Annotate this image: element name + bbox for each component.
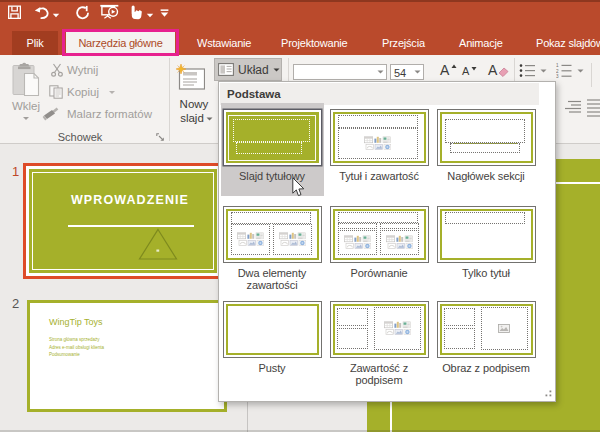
placeholder-box [444,308,475,326]
mouse-cursor [291,177,308,199]
layout-thumbnail-frame [440,209,533,260]
placeholder-box [444,328,475,350]
format-painter-label: Malarz formatów [67,108,152,120]
placeholder-box [236,142,302,154]
svg-text:1: 1 [556,63,559,68]
gallery-header-label: Podstawa [227,88,281,100]
copy-label: Kopiuj [67,86,99,98]
undo-dropdown-arrow[interactable] [52,8,60,23]
save-icon[interactable] [8,5,21,20]
placeholder-box [338,212,418,223]
start-from-beginning-icon[interactable] [100,4,119,19]
layout-option-two_content[interactable]: Dwa elementyzawartości [221,202,324,297]
placeholder-box [445,119,525,143]
layout-thumbnail [223,109,322,166]
tab-insert[interactable]: Wstawianie [197,31,251,55]
layout-label: Obraz z podpisem [435,362,538,374]
font-size-dropdown-arrow[interactable] [414,70,421,74]
font-name-dropdown-arrow[interactable] [377,70,384,74]
new-slide-label-1: Nowy [172,98,216,110]
touch-mouse-mode-icon[interactable] [127,5,143,20]
layout-thumbnail [437,109,536,166]
tab-animations[interactable]: Animacje [459,31,503,55]
layout-label: Porównanie [328,267,431,279]
content-placeholder-icons [344,235,371,249]
copy-dropdown-arrow [108,90,116,95]
layout-button[interactable]: Układ [214,58,282,81]
ribbon-separator [169,58,170,141]
slide-1-triangle [136,228,180,261]
copy-icon [49,85,64,99]
font-name-combo[interactable] [293,64,387,80]
cut-icon [50,63,64,77]
columns-icon[interactable] [587,98,600,118]
paste-dropdown-arrow [22,116,30,121]
placeholder-box [338,115,418,128]
layout-option-title[interactable]: Slajd tytułowy [221,103,324,196]
new-slide-dropdown-arrow [206,117,213,121]
tab-label: Projektowanie [281,37,348,49]
shrink-font-arrow [471,66,477,71]
layout-gallery-dropdown: Podstawa Slajd tytułowyTytuł i zawartość… [218,81,556,402]
layout-label: Dwa elementyzawartości [221,267,324,291]
align-text-icon[interactable] [564,100,582,115]
paste-icon [10,62,42,99]
gallery-theme-header: Podstawa [220,83,539,105]
slide-1-number: 1 [12,164,19,179]
layout-label: Tylko tytuł [435,267,538,279]
redo-icon[interactable] [75,5,89,20]
layout-dropdown-arrow [273,68,280,72]
layout-label: Zawartość zpodpisem [328,362,431,386]
font-size-combo[interactable]: 54 [390,64,424,80]
new-slide-icon [175,64,205,90]
picture-placeholder-icon [498,324,510,333]
clipboard-group-label: Schowek [0,131,160,143]
layout-thumbnail-frame [333,304,426,355]
slide-1-content: WPROWADZENIE [29,169,217,273]
tab-design[interactable]: Projektowanie [281,31,348,55]
slides-panel: 1 WPROWADZENIE 2 WingTip Toys Strona głó… [0,145,247,432]
shrink-font-button[interactable]: A [460,64,478,82]
touch-mode-dropdown-arrow[interactable] [146,8,154,23]
layout-thumbnail [437,301,536,358]
layout-thumbnail-frame [226,304,319,355]
resize-grip[interactable] [543,390,552,397]
layout-thumbnail [437,206,536,263]
slide-1-thumbnail[interactable]: WPROWADZENIE [23,163,223,279]
tab-transitions[interactable]: Przejścia [382,31,425,55]
layout-option-section[interactable]: Nagłówek sekcji [435,103,538,196]
bullets-dropdown-arrow[interactable] [540,69,547,73]
tab-slideshow[interactable]: Pokaz slajdów [536,31,600,55]
layout-option-picture_caption[interactable]: Obraz z podpisem [435,299,538,383]
layout-label: Pusty [221,362,324,374]
placeholder-box [233,119,310,143]
layout-option-comparison[interactable]: Porównanie [328,202,431,297]
grow-font-button[interactable]: A [438,62,458,82]
customize-qat-icon[interactable] [160,6,169,21]
new-slide-button[interactable]: Nowy slajd [172,58,216,124]
layout-thumbnail-frame [333,209,426,260]
eraser-icon [497,66,510,77]
layout-option-content_caption[interactable]: Zawartość zpodpisem [328,299,431,383]
slide-2-bullet: Adres e-mail obsługi klienta [49,345,104,350]
layout-option-blank[interactable]: Pusty [221,299,324,383]
tab-file[interactable]: Plik [12,31,58,55]
numbering-icon: 123 [556,63,573,78]
layout-option-title_only[interactable]: Tylko tytuł [435,202,538,297]
layout-thumbnail [223,301,322,358]
numbering-dropdown-arrow[interactable] [577,69,584,73]
layout-thumbnail [330,109,429,166]
layout-option-title_content[interactable]: Tytuł i zawartość [328,103,431,196]
numbering-button[interactable]: 123 [556,63,574,79]
clipboard-dialog-launcher[interactable] [156,133,165,142]
clear-formatting-button[interactable]: A [488,62,510,82]
bullets-button[interactable] [519,63,537,79]
slide-2-title: WingTip Toys [49,317,103,327]
layout-thumbnail-frame [440,112,533,163]
layout-label: Tytuł i zawartość [328,170,431,182]
grow-font-arrow [451,64,457,69]
slide-2-thumbnail[interactable]: WingTip Toys Strona główna sprzedaży Adr… [27,300,227,413]
format-painter-icon [42,107,59,121]
placeholder-box [450,143,520,153]
undo-icon[interactable] [34,5,49,20]
